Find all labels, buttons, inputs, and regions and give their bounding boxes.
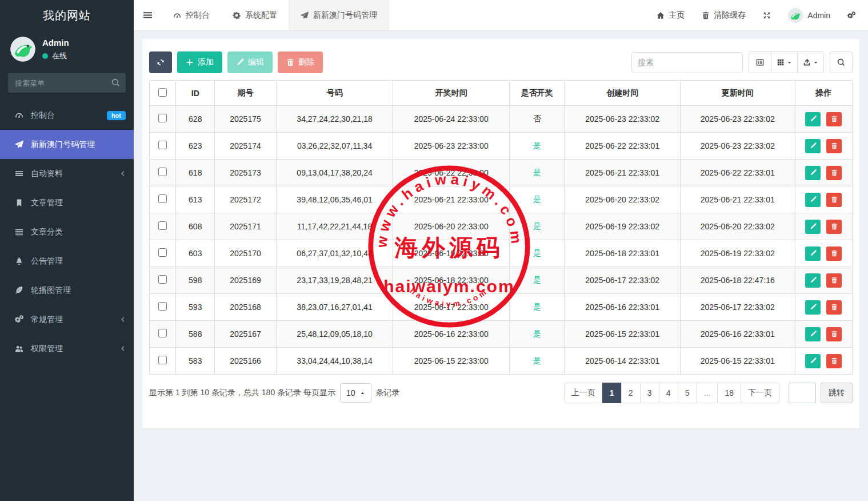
row-delete-button[interactable]: [826, 139, 842, 153]
row-delete-button[interactable]: [826, 327, 842, 341]
row-checkbox[interactable]: [158, 248, 167, 257]
cell-updated: 2025-06-18 22:47:16: [680, 267, 795, 294]
prev-page-button[interactable]: 上一页: [564, 383, 603, 403]
row-delete-button[interactable]: [826, 193, 842, 207]
table-row: 583 2025166 33,04,24,44,10,38,14 2025-06…: [150, 348, 853, 375]
chevron-left-icon: [119, 345, 126, 352]
row-checkbox[interactable]: [158, 114, 167, 122]
row-checkbox[interactable]: [158, 221, 167, 230]
row-edit-button[interactable]: [805, 327, 821, 341]
user-avatar[interactable]: [10, 37, 35, 62]
sidebar-item-articles[interactable]: 文章管理: [0, 188, 134, 217]
sidebar-toggle-button[interactable]: [134, 0, 162, 30]
page-button-18[interactable]: 18: [717, 383, 741, 403]
user-menu-label: Admin: [807, 11, 830, 20]
table-row: 608 2025171 11,17,42,22,21,44,18 2025-06…: [150, 213, 853, 240]
row-checkbox[interactable]: [158, 194, 167, 203]
row-checkbox[interactable]: [158, 275, 167, 284]
row-edit-button[interactable]: [805, 220, 821, 234]
delete-button[interactable]: 删除: [278, 51, 323, 73]
row-delete-button[interactable]: [826, 300, 842, 315]
cell-draw-time: 2025-06-23 22:33:00: [393, 133, 510, 160]
sidebar-item-dashboard[interactable]: 控制台 hot: [0, 101, 134, 130]
cogs-icon: [847, 11, 855, 19]
column-header-id[interactable]: ID: [176, 81, 215, 106]
search-button[interactable]: [830, 51, 853, 73]
page-size-dropdown[interactable]: 10: [340, 383, 371, 403]
row-delete-button[interactable]: [826, 112, 842, 126]
refresh-icon: [157, 58, 165, 66]
cell-id: 623: [176, 133, 215, 160]
row-edit-button[interactable]: [805, 112, 821, 126]
row-checkbox[interactable]: [158, 302, 167, 311]
sidebar-item-banners[interactable]: 轮播图管理: [0, 276, 134, 305]
row-delete-button[interactable]: [826, 166, 842, 180]
page-button-3[interactable]: 3: [640, 383, 659, 403]
column-header-updated[interactable]: 更新时间: [680, 81, 795, 106]
clear-cache-link[interactable]: 清除缓存: [702, 10, 746, 21]
tab-macau-numbers[interactable]: 新新澳门号码管理: [289, 0, 389, 30]
settings-button[interactable]: [847, 11, 855, 19]
add-button[interactable]: 添加: [177, 51, 222, 73]
trash-icon: [831, 196, 838, 203]
row-edit-button[interactable]: [805, 139, 821, 153]
list-icon: [14, 228, 24, 236]
tab-dashboard[interactable]: 控制台: [162, 0, 221, 30]
table-search-input[interactable]: [631, 52, 743, 73]
row-delete-button[interactable]: [826, 354, 842, 368]
column-header-opened[interactable]: 是否开奖: [510, 81, 565, 106]
page-button-4[interactable]: 4: [659, 383, 678, 403]
detail-view-button[interactable]: [749, 51, 771, 73]
column-header-draw-time[interactable]: 开奖时间: [393, 81, 510, 106]
trash-icon: [831, 304, 838, 311]
jump-button[interactable]: 跳转: [821, 383, 853, 403]
page-button-1[interactable]: 1: [602, 383, 622, 403]
sidebar-item-label: 文章管理: [31, 198, 126, 208]
row-edit-button[interactable]: [805, 166, 821, 180]
column-header-numbers[interactable]: 号码: [276, 81, 393, 106]
jump-page-input[interactable]: [789, 383, 816, 403]
select-all-checkbox[interactable]: [158, 88, 167, 97]
row-delete-button[interactable]: [826, 246, 842, 261]
sidebar-item-macau-numbers[interactable]: 新新澳门号码管理: [0, 130, 134, 159]
row-checkbox[interactable]: [158, 356, 167, 364]
row-edit-button[interactable]: [805, 354, 821, 368]
refresh-button[interactable]: [149, 51, 172, 73]
row-edit-button[interactable]: [805, 246, 821, 261]
sidebar-item-auto-data[interactable]: 自动资料: [0, 159, 134, 188]
sidebar-item-general[interactable]: 常规管理: [0, 305, 134, 334]
export-button[interactable]: [797, 51, 824, 73]
sidebar-item-announcements[interactable]: 公告管理: [0, 246, 134, 276]
next-page-button[interactable]: 下一页: [741, 383, 779, 403]
column-header-created[interactable]: 创建时间: [565, 81, 681, 106]
row-checkbox[interactable]: [158, 141, 167, 149]
column-header-issue[interactable]: 期号: [215, 81, 276, 106]
row-edit-button[interactable]: [805, 300, 821, 315]
cell-created: 2025-06-14 22:33:01: [565, 348, 681, 375]
caret-down-icon: [787, 60, 792, 65]
table-row: 613 2025172 39,48,12,06,35,46,01 2025-06…: [150, 186, 853, 213]
fullscreen-button[interactable]: [763, 11, 771, 19]
sidebar-item-article-categories[interactable]: 文章分类: [0, 217, 134, 246]
row-edit-button[interactable]: [805, 273, 821, 288]
cell-updated: 2025-06-23 22:33:02: [680, 133, 795, 160]
table-card: 添加 编辑 删除: [142, 39, 859, 428]
sidebar-item-permissions[interactable]: 权限管理: [0, 334, 134, 363]
columns-button[interactable]: [771, 51, 798, 73]
user-menu[interactable]: Admin: [788, 8, 830, 23]
row-checkbox[interactable]: [158, 329, 167, 337]
row-delete-button[interactable]: [826, 220, 842, 234]
tab-system-config[interactable]: 系统配置: [221, 0, 289, 30]
page-button-5[interactable]: 5: [678, 383, 697, 403]
search-icon[interactable]: [111, 78, 120, 87]
cell-id: 603: [176, 240, 215, 267]
row-delete-button[interactable]: [826, 273, 842, 288]
home-link[interactable]: 主页: [657, 10, 685, 21]
row-checkbox[interactable]: [158, 168, 167, 176]
page-button-2[interactable]: 2: [621, 383, 641, 403]
edit-button[interactable]: 编辑: [227, 51, 273, 73]
sidebar-search-input[interactable]: [8, 73, 126, 93]
cell-id: 618: [176, 160, 215, 186]
row-edit-button[interactable]: [805, 193, 821, 207]
export-icon: [803, 58, 811, 66]
